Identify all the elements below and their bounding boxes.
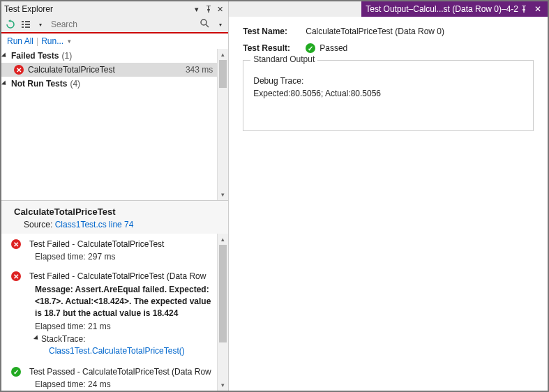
test-detail-header: CalculateTotalPriceTest Source: Class1Te… bbox=[1, 200, 228, 234]
svg-rect-2 bbox=[22, 27, 24, 28]
stacktrace-link[interactable]: Class1Test.CalculateTotalPriceTest() bbox=[49, 346, 216, 356]
pin-icon[interactable] bbox=[518, 3, 529, 15]
result-item-passed: ✓ Test Passed - CalculateTotalPriceTest … bbox=[1, 364, 228, 391]
pass-icon: ✓ bbox=[11, 367, 21, 377]
window-menu-icon[interactable]: ▾ bbox=[191, 4, 202, 15]
test-tree: Failed Tests (1) ✕ CalculateTotalPriceTe… bbox=[1, 49, 228, 200]
not-run-tests-group[interactable]: Not Run Tests (4) bbox=[1, 77, 228, 91]
svg-rect-4 bbox=[25, 24, 30, 25]
elapsed-time: Elapsed time: 24 ms bbox=[35, 379, 216, 389]
expand-icon bbox=[33, 336, 40, 342]
result-item-failed: ✕ Test Failed - CalculateTotalPriceTest … bbox=[1, 236, 228, 263]
scrollbar[interactable]: ▴ ▾ bbox=[217, 49, 228, 200]
pin-icon[interactable] bbox=[203, 4, 213, 15]
group-count: (1) bbox=[61, 51, 72, 61]
svg-rect-5 bbox=[25, 27, 30, 28]
group-count: (4) bbox=[70, 79, 80, 89]
stacktrace-toggle[interactable]: StackTrace: bbox=[35, 334, 216, 344]
test-name-label: Test Name: bbox=[243, 27, 306, 36]
test-output-panel: Test Output–Calcul...st (Data Row 0)–4-2… bbox=[229, 1, 548, 391]
trace-line: Expected:80.5056; Actual:80.5056 bbox=[253, 87, 523, 100]
group-label: Failed Tests bbox=[11, 51, 59, 61]
source-link[interactable]: Class1Test.cs line 74 bbox=[55, 220, 134, 229]
test-row[interactable]: ✕ CalculateTotalPriceTest 343 ms bbox=[1, 63, 228, 77]
fail-icon: ✕ bbox=[14, 65, 24, 75]
test-time: 343 ms bbox=[186, 65, 216, 75]
result-item-failed: ✕ Test Failed - CalculateTotalPriceTest … bbox=[1, 269, 228, 357]
separator: | bbox=[36, 36, 38, 46]
svg-rect-1 bbox=[22, 24, 24, 25]
left-titlebar: Test Explorer ▾ ✕ bbox=[1, 1, 228, 17]
test-explorer-panel: Test Explorer ▾ ✕ ▾ ▾ Run All | Run... ▾ bbox=[1, 1, 229, 391]
fail-icon: ✕ bbox=[11, 239, 21, 249]
search-dropdown-icon[interactable]: ▾ bbox=[215, 20, 225, 30]
test-detail-list: ✕ Test Failed - CalculateTotalPriceTest … bbox=[1, 234, 228, 391]
test-name-value: CalculateTotalPriceTest (Data Row 0) bbox=[306, 27, 444, 36]
search-input[interactable] bbox=[48, 18, 197, 31]
close-icon[interactable]: ✕ bbox=[215, 4, 225, 15]
test-result-label: Test Result: bbox=[243, 43, 306, 53]
standard-output-box: Standard Output Debug Trace: Expected:80… bbox=[243, 60, 534, 131]
run-all-link[interactable]: Run All bbox=[7, 36, 33, 46]
expand-icon bbox=[1, 80, 8, 86]
svg-rect-0 bbox=[22, 21, 24, 22]
pass-icon: ✓ bbox=[306, 43, 315, 53]
svg-line-7 bbox=[206, 24, 209, 27]
elapsed-time: Elapsed time: 21 ms bbox=[35, 322, 216, 331]
run-menu-link[interactable]: Run... bbox=[41, 36, 63, 46]
scrollbar[interactable]: ▴ ▾ bbox=[217, 234, 228, 391]
test-output-body: Test Name: CalculateTotalPriceTest (Data… bbox=[229, 17, 548, 391]
search-icon[interactable] bbox=[200, 18, 212, 31]
panel-title: Test Explorer bbox=[4, 4, 191, 14]
assert-message: Message: Assert.AreEqual failed. Expecte… bbox=[35, 284, 216, 319]
scroll-down-icon[interactable]: ▾ bbox=[218, 379, 228, 391]
scroll-down-icon[interactable]: ▾ bbox=[218, 189, 228, 200]
group-by-dropdown-icon[interactable]: ▾ bbox=[35, 20, 45, 30]
group-label: Not Run Tests bbox=[11, 79, 67, 89]
svg-point-6 bbox=[201, 20, 206, 25]
svg-rect-3 bbox=[25, 21, 30, 22]
result-status: Test Passed - CalculateTotalPriceTest (D… bbox=[29, 367, 216, 377]
close-icon[interactable]: ✕ bbox=[532, 3, 543, 15]
scroll-thumb[interactable] bbox=[219, 60, 227, 88]
fail-icon: ✕ bbox=[11, 271, 21, 281]
elapsed-time: Elapsed time: 297 ms bbox=[35, 252, 216, 262]
right-tab[interactable]: Test Output–Calcul...st (Data Row 0)–4-2… bbox=[361, 1, 548, 17]
detail-title: CalculateTotalPriceTest bbox=[14, 206, 216, 217]
source-label: Source: bbox=[24, 220, 52, 229]
expand-icon bbox=[1, 52, 8, 59]
run-dropdown-icon[interactable]: ▾ bbox=[68, 38, 71, 45]
group-by-icon[interactable] bbox=[20, 18, 32, 31]
test-name: CalculateTotalPriceTest bbox=[28, 65, 186, 75]
scroll-thumb[interactable] bbox=[219, 245, 227, 342]
refresh-icon[interactable] bbox=[4, 18, 17, 31]
result-status: Test Failed - CalculateTotalPriceTest bbox=[29, 239, 216, 249]
failed-tests-group[interactable]: Failed Tests (1) bbox=[1, 49, 228, 63]
standard-output-label: Standard Output bbox=[250, 54, 317, 64]
scroll-up-icon[interactable]: ▴ bbox=[218, 49, 228, 60]
test-result-value: Passed bbox=[319, 43, 347, 53]
tab-title: Test Output–Calcul...st (Data Row 0)–4-2 bbox=[366, 4, 518, 14]
result-status: Test Failed - CalculateTotalPriceTest (D… bbox=[29, 271, 216, 281]
scroll-up-icon[interactable]: ▴ bbox=[218, 234, 228, 245]
debug-trace-label: Debug Trace: bbox=[253, 75, 523, 87]
run-bar: Run All | Run... ▾ bbox=[1, 33, 228, 49]
test-explorer-toolbar: ▾ ▾ bbox=[1, 17, 228, 33]
